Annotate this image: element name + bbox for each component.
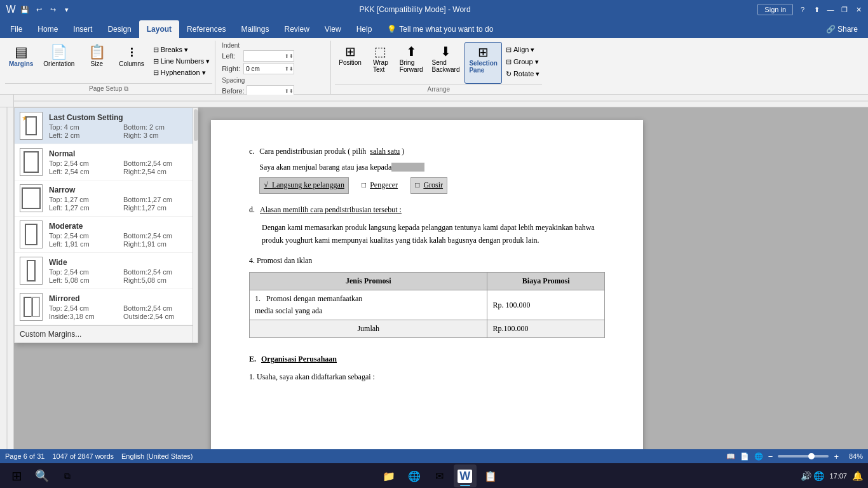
position-button[interactable]: ⊞ Position: [335, 42, 365, 84]
search-button[interactable]: 🔍: [31, 464, 53, 487]
zoom-out-button[interactable]: −: [768, 452, 773, 461]
dropdown-scrollbar[interactable]: [193, 108, 198, 342]
tab-file[interactable]: File: [3, 20, 30, 38]
indent-left-spinner[interactable]: ⬆⬇: [285, 53, 294, 59]
align-button[interactable]: ⊟ Align ▾: [503, 44, 542, 55]
indent-left-input[interactable]: ⬆⬇: [243, 50, 294, 62]
bottom-label: Bottom: 2 cm: [123, 123, 193, 131]
section-e-label: E.: [249, 353, 256, 365]
selection-pane-button[interactable]: ⊞ SelectionPane: [465, 42, 501, 84]
start-button[interactable]: ⊞: [5, 464, 28, 487]
breaks-label: Breaks ▾: [161, 46, 188, 54]
breaks-button[interactable]: ⊟ Breaks ▾: [151, 44, 213, 55]
wrap-text-button[interactable]: ⬚ WrapText: [367, 42, 395, 84]
orientation-button[interactable]: 📄 Orientation: [39, 42, 78, 69]
vertical-ruler: [0, 107, 14, 449]
hyphenation-button[interactable]: ⊟ Hyphenation ▾: [151, 67, 213, 78]
title-bar: W 💾 ↩ ↪ ▾ PKK [Compatibility Mode] - Wor…: [0, 0, 868, 19]
share-button[interactable]: 🔗 Share: [818, 20, 865, 38]
narrow-right: Right:1,27 cm: [123, 204, 193, 212]
tab-search[interactable]: 💡 Tell me what you want to do: [379, 20, 501, 38]
indent-right-input[interactable]: 0 cm ⬆⬇: [243, 63, 294, 74]
margin-vals-moderate: Top: 2,54 cm Bottom:2,54 cm Left: 1,91 c…: [49, 232, 193, 248]
selection-pane-icon: ⊞: [478, 44, 489, 60]
ribbon-collapse-button[interactable]: ⬆: [812, 5, 821, 14]
zoom-in-button[interactable]: +: [834, 452, 839, 461]
taskbar-app5[interactable]: 📋: [479, 464, 502, 487]
margins-button[interactable]: ▤ Margins: [5, 42, 37, 69]
restore-button[interactable]: ❐: [840, 5, 849, 14]
tab-references[interactable]: References: [179, 20, 233, 38]
margins-label: Margins: [9, 60, 33, 67]
columns-button[interactable]: ⫶ Columns: [115, 42, 147, 69]
taskbar-mail[interactable]: ✉: [428, 464, 451, 487]
dropdown-scrollbar-thumb[interactable]: [194, 109, 198, 141]
notification-button[interactable]: 🔔: [852, 471, 863, 481]
tab-insert[interactable]: Insert: [65, 20, 100, 38]
lightbulb-icon: 💡: [387, 25, 397, 34]
help-icon[interactable]: ?: [798, 5, 807, 14]
sign-in-button[interactable]: Sign in: [757, 4, 793, 15]
taskbar-left: ⊞ 🔍 ⧉: [5, 464, 79, 487]
read-mode-icon[interactable]: 📖: [726, 452, 735, 461]
align-group-col: ⊟ Align ▾ ⊟ Group ▾ ↻ Rotate ▾: [503, 42, 542, 84]
zoom-thumb[interactable]: [808, 453, 815, 459]
margin-name-narrow: Narrow: [49, 186, 193, 194]
content-area: ★ Last Custom Setting Top: 4 cm Bottom: …: [0, 107, 868, 449]
indent-right-spinner[interactable]: ⬆⬇: [285, 66, 294, 72]
margin-details-narrow: Narrow Top: 1,27 cm Bottom:1,27 cm Left:…: [49, 186, 193, 212]
reason-paragraph: Dengan kami memasarkan produk langsung k…: [262, 221, 605, 247]
checkbox-langsung: √ Langsung ke pelanggan: [259, 177, 349, 193]
send-backward-button[interactable]: ⬇ SendBackward: [428, 42, 464, 84]
search-label[interactable]: Tell me what you want to do: [399, 25, 493, 34]
custom-margins-button[interactable]: Custom Margins...: [15, 325, 198, 342]
ribbon: File Home Insert Design Layout Reference…: [0, 19, 868, 95]
margin-item-mirrored[interactable]: Mirrored Top: 2,54 cm Bottom:2,54 cm Ins…: [15, 289, 198, 325]
taskbar-explorer[interactable]: 📁: [377, 464, 400, 487]
zoom-level[interactable]: 84%: [844, 452, 863, 460]
customize-qat-button[interactable]: ▾: [61, 4, 72, 15]
margin-item-narrow[interactable]: Narrow Top: 1,27 cm Bottom:1,27 cm Left:…: [15, 180, 198, 217]
right-label: Right: 3 cm: [123, 132, 193, 139]
margin-item-normal[interactable]: Normal Top: 2,54 cm Bottom:2,54 cm Left:…: [15, 144, 198, 180]
taskbar-word[interactable]: W: [454, 464, 477, 487]
margin-item-wide[interactable]: Wide Top: 2,54 cm Bottom:2,54 cm Left: 5…: [15, 253, 198, 289]
word-icon: W: [5, 4, 17, 15]
taskbar-edge[interactable]: 🌐: [403, 464, 426, 487]
tab-home[interactable]: Home: [30, 20, 65, 38]
rotate-button[interactable]: ↻ Rotate ▾: [503, 69, 542, 79]
tab-design[interactable]: Design: [100, 20, 139, 38]
close-button[interactable]: ✕: [854, 5, 863, 14]
print-layout-icon[interactable]: 📄: [740, 452, 749, 461]
section-d-text: Alasan memilih cara pendistribusian ters…: [260, 204, 402, 216]
mirrored-outside: Outside:2,54 cm: [123, 313, 193, 320]
line-numbers-button[interactable]: ⊟ Line Numbers ▾: [151, 56, 213, 67]
page-setup-dialog-btn[interactable]: ⧉: [124, 85, 128, 92]
size-button[interactable]: 📋 Size: [81, 42, 112, 69]
moderate-bottom: Bottom:2,54 cm: [123, 232, 193, 240]
tab-view[interactable]: View: [317, 20, 349, 38]
minimize-button[interactable]: —: [826, 5, 835, 14]
zoom-slider[interactable]: [778, 455, 829, 458]
spacing-before-spinner[interactable]: ⬆⬇: [285, 88, 294, 94]
group-button[interactable]: ⊟ Group ▾: [503, 57, 542, 67]
paragraph-group: Indent Left: ⬆⬇ Right: 0 cm ⬆⬇ Spacing B…: [217, 41, 331, 94]
margin-vals-wide: Top: 2,54 cm Bottom:2,54 cm Left: 5,08 c…: [49, 268, 193, 284]
taskbar-right: 🔊 🌐 17:07 🔔: [801, 471, 863, 481]
undo-button[interactable]: ↩: [33, 4, 44, 15]
margin-item-moderate[interactable]: Moderate Top: 2,54 cm Bottom:2,54 cm Lef…: [15, 217, 198, 253]
web-layout-icon[interactable]: 🌐: [754, 452, 763, 461]
section-d-content: Alasan memilih cara pendistribusian ters…: [260, 204, 402, 216]
tab-help[interactable]: Help: [349, 20, 380, 38]
tab-layout[interactable]: Layout: [139, 20, 179, 38]
task-view-button[interactable]: ⧉: [56, 464, 79, 487]
margin-vals-normal: Top: 2,54 cm Bottom:2,54 cm Left: 2,54 c…: [49, 159, 193, 175]
section-d: d. Alasan memilih cara pendistribusian t…: [249, 204, 605, 216]
bring-forward-button[interactable]: ⬆ BringForward: [396, 42, 427, 84]
tab-review[interactable]: Review: [276, 20, 316, 38]
redo-button[interactable]: ↪: [47, 4, 58, 15]
margin-item-last-custom[interactable]: ★ Last Custom Setting Top: 4 cm Bottom: …: [15, 108, 198, 144]
tab-mailings[interactable]: Mailings: [233, 20, 276, 38]
save-button[interactable]: 💾: [19, 4, 31, 15]
margin-name-moderate: Moderate: [49, 222, 193, 231]
